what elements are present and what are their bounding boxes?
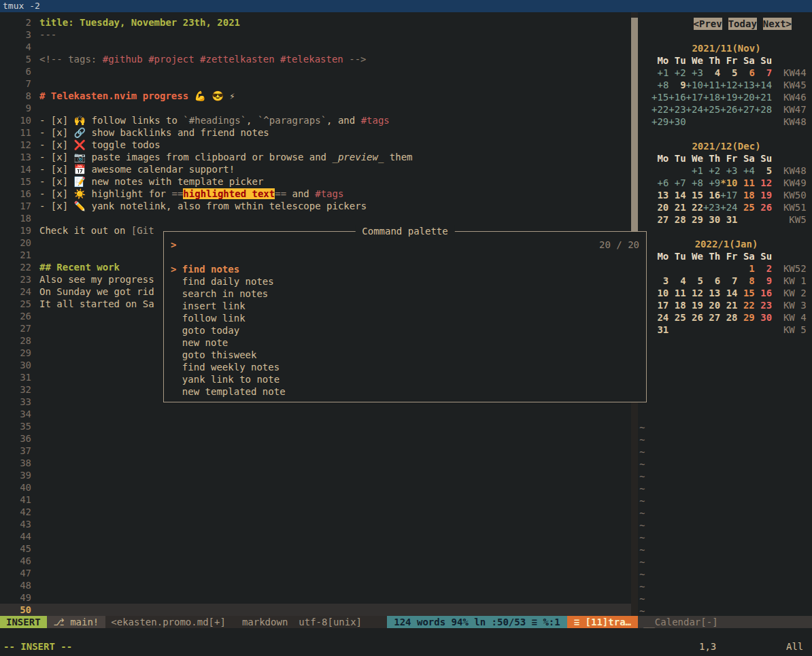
- calendar-day[interactable]: +15: [652, 92, 669, 103]
- calendar-pane[interactable]: <PrevTodayNext> 2021/11(Nov) Mo Tu We Th…: [638, 12, 812, 616]
- calendar-day[interactable]: 9: [755, 275, 772, 286]
- palette-search-input[interactable]: > 20 / 20: [164, 239, 646, 251]
- calendar-day[interactable]: +30: [669, 116, 686, 127]
- calendar-day[interactable]: 2: [755, 263, 772, 274]
- calendar-day[interactable]: +24: [686, 104, 703, 115]
- editor-line[interactable]: 4: [0, 41, 631, 53]
- calendar-day[interactable]: +11: [703, 80, 720, 90]
- calendar-day[interactable]: 14: [720, 288, 737, 298]
- calendar-day[interactable]: +27: [737, 104, 754, 115]
- calendar-day[interactable]: +12: [720, 80, 737, 90]
- calendar-day[interactable]: +17: [686, 92, 703, 103]
- editor-line[interactable]: 6: [0, 65, 631, 77]
- calendar-day[interactable]: +25: [703, 104, 720, 115]
- calendar-day[interactable]: +16: [669, 92, 686, 103]
- editor-line[interactable]: 18: [0, 212, 631, 224]
- editor-line[interactable]: 7: [0, 77, 631, 90]
- calendar-day[interactable]: *10: [720, 177, 737, 188]
- calendar-day[interactable]: 9: [669, 80, 686, 90]
- editor-line[interactable]: 36: [0, 432, 631, 445]
- calendar-day[interactable]: 4: [703, 67, 720, 78]
- calendar-day[interactable]: +19: [720, 92, 737, 103]
- editor-line[interactable]: 44: [0, 530, 631, 542]
- palette-item[interactable]: search in notes: [164, 288, 646, 300]
- calendar-nav-next-button[interactable]: Next>: [763, 18, 792, 30]
- calendar-day[interactable]: 24: [652, 312, 669, 323]
- calendar-day[interactable]: 29: [737, 312, 754, 323]
- editor-line[interactable]: 50: [0, 604, 631, 616]
- calendar-day[interactable]: 13: [652, 190, 669, 201]
- calendar-day[interactable]: 31: [652, 324, 669, 335]
- calendar-day[interactable]: 7: [755, 67, 772, 78]
- calendar-day[interactable]: 16: [755, 288, 772, 298]
- editor-line[interactable]: 40: [0, 481, 631, 494]
- editor-line[interactable]: 49: [0, 591, 631, 604]
- editor-line[interactable]: 15- [x] 📝 new notes with template picker: [0, 175, 631, 188]
- calendar-day[interactable]: 27: [703, 312, 720, 323]
- calendar-day[interactable]: 1: [737, 263, 754, 274]
- calendar-day[interactable]: 21: [720, 300, 737, 311]
- calendar-day[interactable]: 18: [737, 190, 754, 201]
- calendar-day[interactable]: 26: [755, 202, 772, 213]
- calendar-day[interactable]: 8: [737, 275, 754, 286]
- calendar-day[interactable]: 19: [686, 300, 703, 311]
- calendar-day[interactable]: +21: [755, 92, 772, 103]
- calendar-day[interactable]: +14: [755, 80, 772, 90]
- calendar-day[interactable]: 14: [669, 190, 686, 201]
- editor-line[interactable]: 46: [0, 555, 631, 567]
- calendar-day[interactable]: 11: [669, 288, 686, 298]
- calendar-day[interactable]: 4: [669, 275, 686, 286]
- calendar-day[interactable]: +18: [703, 92, 720, 103]
- calendar-day[interactable]: 15: [737, 288, 754, 298]
- calendar-day[interactable]: 21: [669, 202, 686, 213]
- editor-line[interactable]: 2title: Tuesday, November 23th, 2021: [0, 16, 631, 29]
- calendar-day[interactable]: 18: [669, 300, 686, 311]
- calendar-day[interactable]: +1: [686, 165, 703, 176]
- palette-item[interactable]: goto today: [164, 324, 646, 336]
- calendar-day[interactable]: +6: [652, 177, 669, 188]
- calendar-day[interactable]: 5: [720, 67, 737, 78]
- calendar-day[interactable]: 5: [755, 165, 772, 176]
- editor-line[interactable]: 37: [0, 445, 631, 457]
- calendar-day[interactable]: +8: [686, 177, 703, 188]
- calendar-day[interactable]: 29: [686, 214, 703, 225]
- palette-item[interactable]: new templated note: [164, 385, 646, 398]
- editor-line[interactable]: 3---: [0, 29, 631, 41]
- calendar-day[interactable]: 26: [686, 312, 703, 323]
- palette-item[interactable]: > find notes: [164, 263, 646, 275]
- calendar-day[interactable]: +23: [669, 104, 686, 115]
- calendar-day[interactable]: 10: [652, 288, 669, 298]
- editor-line[interactable]: 12- [x] ❌ toggle todos: [0, 139, 631, 151]
- calendar-day[interactable]: 7: [720, 275, 737, 286]
- calendar-day[interactable]: +23: [703, 202, 720, 213]
- palette-item[interactable]: find daily notes: [164, 275, 646, 288]
- calendar-day[interactable]: +26: [720, 104, 737, 115]
- calendar-nav-today-button[interactable]: Today: [728, 18, 757, 30]
- calendar-day[interactable]: 30: [755, 312, 772, 323]
- editor-line[interactable]: 43: [0, 518, 631, 530]
- editor-line[interactable]: 39: [0, 469, 631, 481]
- calendar-day[interactable]: 20: [703, 300, 720, 311]
- calendar-day[interactable]: +2: [669, 67, 686, 78]
- editor-line[interactable]: 13- [x] 📷 paste images from clipboard or…: [0, 151, 631, 163]
- calendar-day[interactable]: 17: [652, 300, 669, 311]
- calendar-day[interactable]: +2: [703, 165, 720, 176]
- calendar-day[interactable]: 11: [738, 177, 755, 188]
- editor-line[interactable]: 41: [0, 494, 631, 506]
- editor-line[interactable]: 48: [0, 579, 631, 591]
- editor-line[interactable]: 45: [0, 542, 631, 555]
- calendar-day[interactable]: +8: [652, 80, 669, 90]
- calendar-day[interactable]: 19: [755, 190, 772, 201]
- editor-line[interactable]: 10- [x] 🙌 follow links to `#headings`, `…: [0, 114, 631, 126]
- calendar-day[interactable]: +4: [738, 165, 755, 176]
- calendar-nav-prev-button[interactable]: <Prev: [694, 18, 722, 30]
- editor-line[interactable]: 16- [x] ☀️ highlight for ==highlighted t…: [0, 188, 631, 200]
- calendar-day[interactable]: +10: [686, 80, 703, 90]
- calendar-day[interactable]: 12: [755, 177, 772, 188]
- calendar-day[interactable]: 22: [686, 202, 703, 213]
- palette-item[interactable]: new note: [164, 336, 646, 349]
- calendar-day[interactable]: +29: [652, 116, 669, 127]
- calendar-day[interactable]: 31: [720, 214, 737, 225]
- calendar-day[interactable]: +3: [686, 67, 703, 78]
- command-line[interactable]: :lua require('telekasten').panel(): [0, 628, 812, 640]
